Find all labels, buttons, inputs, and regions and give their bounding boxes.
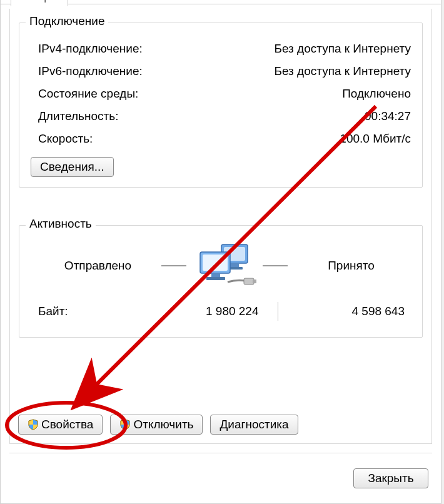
bytes-label: Байт: (38, 305, 132, 318)
row-ipv6: IPv6-подключение: Без доступа к Интернет… (38, 62, 411, 81)
row-duration: Длительность: 00:34:27 (38, 107, 411, 126)
row-ipv4: IPv4-подключение: Без доступа к Интернет… (38, 39, 411, 58)
svg-rect-9 (253, 280, 256, 283)
network-status-dialog: Общие Подключение IPv4-подключение: Без … (0, 0, 441, 504)
media-state-value: Подключено (342, 84, 411, 103)
ipv4-value: Без доступа к Интернету (274, 39, 411, 58)
details-button[interactable]: Сведения... (31, 157, 114, 177)
dash-left (161, 265, 186, 266)
group-activity: Активность Отправлено (19, 225, 423, 338)
ipv6-value: Без доступа к Интернету (274, 62, 411, 81)
properties-button-label: Свойства (41, 418, 93, 431)
footer-divider (9, 453, 432, 453)
disable-button[interactable]: Отключить (110, 415, 203, 435)
svg-rect-8 (244, 278, 254, 285)
sent-bytes-value: 1 980 224 (132, 305, 278, 318)
dialog-footer: Закрыть (353, 468, 428, 488)
svg-rect-2 (230, 263, 239, 267)
media-state-label: Состояние среды: (38, 84, 138, 103)
duration-label: Длительность: (38, 107, 118, 126)
speed-value: 100.0 Мбит/с (340, 129, 411, 148)
bytes-row: Байт: 1 980 224 4 598 643 (38, 302, 411, 321)
diagnose-button-label: Диагностика (219, 418, 288, 431)
dialog-panel: Подключение IPv4-подключение: Без доступ… (9, 9, 432, 444)
group-activity-title: Активность (26, 217, 96, 231)
close-button[interactable]: Закрыть (353, 468, 428, 488)
row-media-state: Состояние среды: Подключено (38, 84, 411, 103)
ipv4-label: IPv4-подключение: (38, 39, 143, 58)
received-bytes-value: 4 598 643 (278, 305, 411, 318)
diagnose-button[interactable]: Диагностика (210, 415, 298, 435)
svg-rect-6 (211, 273, 220, 277)
group-connection: Подключение IPv4-подключение: Без доступ… (19, 23, 423, 188)
action-button-row: Свойства Отключить Диагностика (18, 415, 298, 435)
received-label: Принято (291, 259, 411, 273)
duration-value: 00:34:27 (365, 107, 411, 126)
properties-button[interactable]: Свойства (18, 415, 103, 435)
shield-icon (28, 419, 39, 430)
group-connection-title: Подключение (26, 14, 108, 28)
speed-label: Скорость: (38, 129, 93, 148)
disable-button-label: Отключить (133, 418, 193, 431)
row-speed: Скорость: 100.0 Мбит/с (38, 129, 411, 148)
ipv6-label: IPv6-подключение: (38, 62, 143, 81)
tab-strip: Общие (1, 0, 441, 4)
activity-header-row: Отправлено (38, 241, 411, 291)
shield-icon (119, 419, 131, 430)
tab-general[interactable]: Общие (11, 0, 68, 6)
network-computers-icon (190, 241, 259, 291)
sent-label: Отправлено (38, 259, 158, 273)
svg-rect-5 (203, 255, 228, 271)
dash-right (263, 265, 288, 266)
svg-rect-7 (206, 277, 225, 280)
